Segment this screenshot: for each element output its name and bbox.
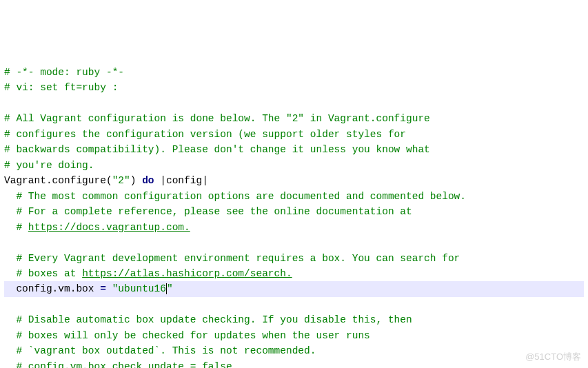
string: "2"	[112, 175, 130, 186]
code-text	[106, 283, 112, 294]
comment: # Every Vagrant development environment …	[4, 253, 460, 264]
comment: # Disable automatic box update checking.…	[4, 314, 412, 325]
comment: # boxes will only be checked for updates…	[4, 330, 370, 341]
comment: # config.vm.box_check_update = false	[4, 361, 232, 368]
link-atlas: https://atlas.hashicorp.com/search.	[82, 268, 292, 279]
code-text: |config|	[154, 175, 208, 186]
string: "	[167, 283, 173, 294]
link-docs: https://docs.vagrantup.com.	[28, 222, 190, 233]
code-block: # -*- mode: ruby -*- # vi: set ft=ruby :…	[4, 65, 584, 368]
string: "ubuntu16	[112, 283, 166, 294]
operator: =	[100, 283, 106, 294]
comment: # `vagrant box outdated`. This is not re…	[4, 345, 316, 356]
code-text: Vagrant.configure(	[4, 175, 112, 186]
code-text: )	[130, 175, 142, 186]
comment: #	[4, 222, 28, 233]
comment: # configures the configuration version (…	[4, 129, 406, 140]
watermark: @51CTO博客	[525, 350, 581, 364]
code-text: config.vm.box	[4, 283, 100, 294]
comment: # For a complete reference, please see t…	[4, 206, 412, 217]
comment: # backwards compatibility). Please don't…	[4, 144, 430, 155]
highlighted-line: config.vm.box = "ubuntu16"	[4, 281, 584, 296]
comment: # boxes at	[4, 268, 82, 279]
comment: # you're doing.	[4, 160, 94, 171]
comment: # vi: set ft=ruby :	[4, 82, 118, 93]
keyword-do: do	[142, 175, 154, 186]
comment: # All Vagrant configuration is done belo…	[4, 113, 430, 124]
comment: # -*- mode: ruby -*-	[4, 67, 124, 78]
comment: # The most common configuration options …	[4, 191, 466, 202]
